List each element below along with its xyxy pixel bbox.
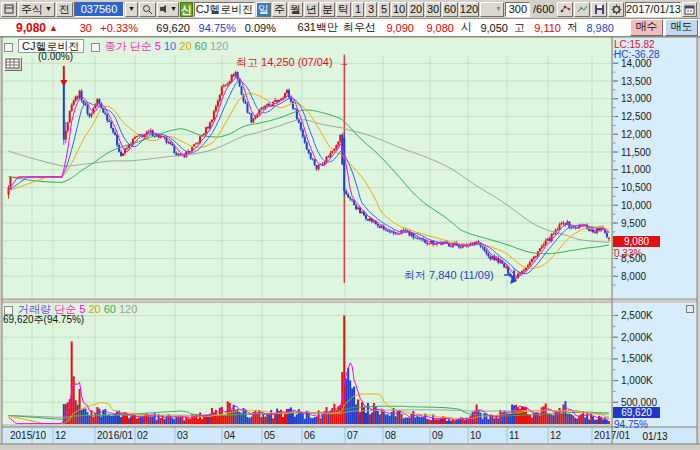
volume-axis-expand-icon[interactable] bbox=[686, 305, 694, 313]
svg-text:12,000: 12,000 bbox=[621, 129, 652, 140]
svg-text:10,500: 10,500 bbox=[621, 182, 652, 193]
svg-text:9,500: 9,500 bbox=[621, 218, 646, 229]
volume-note: 69,620주(94.75%) bbox=[3, 313, 84, 327]
svg-text:2,000K: 2,000K bbox=[621, 332, 653, 343]
svg-text:04: 04 bbox=[224, 430, 236, 441]
svg-text:1,000K: 1,000K bbox=[621, 375, 653, 386]
volume-ma20: 20 bbox=[88, 303, 100, 315]
current-volume-marker: 69,620 bbox=[613, 407, 660, 418]
svg-text:1,500K: 1,500K bbox=[621, 353, 653, 364]
legend-ma5: 5 bbox=[155, 40, 161, 52]
svg-text:13,500: 13,500 bbox=[621, 76, 652, 87]
date-corner-label: 01/13 bbox=[613, 431, 697, 442]
svg-text:08: 08 bbox=[385, 430, 397, 441]
legend-ma20: 20 bbox=[179, 40, 191, 52]
volume-ma120: 120 bbox=[119, 303, 137, 315]
svg-text:11: 11 bbox=[509, 430, 520, 441]
svg-text:13,000: 13,000 bbox=[621, 93, 652, 104]
legend-box-icon[interactable] bbox=[4, 43, 13, 52]
svg-text:8,000: 8,000 bbox=[621, 271, 646, 282]
svg-text:02: 02 bbox=[137, 430, 149, 441]
right-arrow-icon: → bbox=[339, 56, 350, 68]
current-price-marker: 9,080 bbox=[613, 236, 660, 247]
high-annotation: 최고 14,250 (07/04) → bbox=[236, 55, 350, 70]
svg-text:11,000: 11,000 bbox=[621, 164, 651, 175]
legend-ma-type: 종가 단순 bbox=[105, 40, 152, 52]
grid-icon bbox=[5, 58, 21, 70]
svg-text:05: 05 bbox=[264, 430, 276, 441]
resume-change-note: (0.00%) bbox=[38, 51, 73, 62]
svg-text:09: 09 bbox=[432, 430, 444, 441]
svg-text:06: 06 bbox=[304, 430, 316, 441]
chart-canvas[interactable]: 14,00013,50013,00012,50012,00011,50011,0… bbox=[0, 0, 700, 450]
svg-text:03: 03 bbox=[177, 430, 189, 441]
svg-text:12,500: 12,500 bbox=[621, 111, 652, 122]
current-volume-ratio: 94.75% bbox=[614, 419, 648, 430]
svg-text:10,000: 10,000 bbox=[621, 200, 652, 211]
current-price-pct: 0.33% bbox=[614, 248, 642, 259]
legend-ma120: 120 bbox=[210, 40, 228, 52]
legend-ma60: 60 bbox=[195, 40, 207, 52]
svg-text:2,500K: 2,500K bbox=[621, 310, 653, 321]
legend-box-icon[interactable] bbox=[91, 43, 100, 52]
svg-text:07: 07 bbox=[347, 430, 359, 441]
legend-ma10: 10 bbox=[164, 40, 176, 52]
svg-text:2015/10: 2015/10 bbox=[10, 430, 47, 441]
svg-text:11,500: 11,500 bbox=[621, 147, 651, 158]
svg-text:2016/01: 2016/01 bbox=[97, 430, 134, 441]
volume-ma60: 60 bbox=[104, 303, 116, 315]
hc-value: HC:-36.28 bbox=[614, 49, 660, 60]
svg-text:10: 10 bbox=[470, 430, 482, 441]
chart-grid-button[interactable] bbox=[4, 57, 22, 71]
low-annotation: 최저 7,840 (11/09) bbox=[404, 268, 494, 283]
svg-text:12: 12 bbox=[55, 430, 67, 441]
svg-text:12: 12 bbox=[550, 430, 562, 441]
